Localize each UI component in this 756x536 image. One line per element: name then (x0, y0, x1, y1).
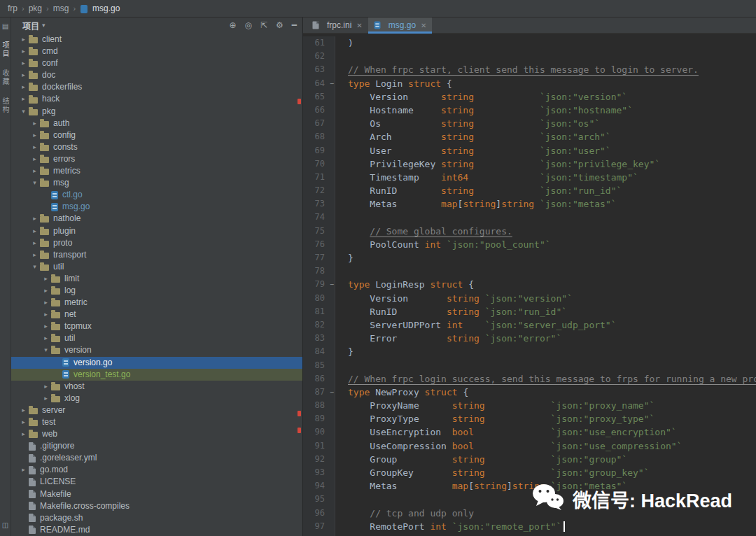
tree-item-makefile-cross-compiles[interactable]: Makefile.cross-compiles (11, 500, 302, 512)
line-number[interactable]: 94 (303, 479, 335, 493)
code-line[interactable]: RunID string `json:"run_id"` (348, 305, 756, 318)
tree-item-test[interactable]: ▸test (11, 416, 302, 428)
tab-msg-go[interactable]: msg.go ✕ (368, 17, 433, 33)
code-line[interactable]: ProxyType string `json:"proxy_type"` (348, 412, 756, 425)
code-line[interactable]: Arch string `json:"arch"` (348, 130, 756, 143)
project-panel-title[interactable]: 项目 (22, 20, 39, 31)
chevron-collapsed-icon[interactable]: ▸ (18, 69, 29, 81)
code-line[interactable]: UseCompression bool `json:"use_compressi… (348, 439, 756, 453)
code-line[interactable]: RunID string `json:"run_id"` (348, 184, 756, 197)
chevron-collapsed-icon[interactable]: ▸ (41, 297, 51, 309)
tree-item-nathole[interactable]: ▸nathole (11, 213, 302, 225)
line-number[interactable]: 82 (303, 318, 335, 332)
tree-item-cmd[interactable]: ▸cmd (11, 45, 302, 57)
tree-item-dockerfiles[interactable]: ▸dockerfiles (11, 81, 302, 93)
code-line[interactable]: type NewProxy struct { (348, 386, 756, 399)
code-line[interactable]: UseEncryption bool `json:"use_encryption… (348, 425, 756, 439)
tree-item-config[interactable]: ▸config (11, 129, 302, 141)
line-number[interactable]: 70 (303, 157, 335, 171)
code-line[interactable]: ProxyName string `json:"proxy_name"` (348, 399, 756, 412)
tree-item-vhost[interactable]: ▸vhost (11, 381, 302, 393)
fold-marker-icon[interactable]: − (330, 278, 334, 291)
line-number[interactable]: 84 (303, 345, 335, 358)
tree-item-server[interactable]: ▸server (11, 404, 302, 416)
stripe-button-structure[interactable]: 结构 (0, 97, 10, 114)
tree-item-msg[interactable]: ▾msg (11, 177, 302, 189)
locate-file-icon[interactable]: ◎ (244, 20, 251, 30)
tree-item--goreleaser-yml[interactable]: .goreleaser.yml (11, 452, 302, 464)
code-line[interactable]: Timestamp int64 `json:"timestamp"` (348, 171, 756, 184)
tree-item-errors[interactable]: ▸errors (11, 153, 302, 165)
chevron-collapsed-icon[interactable]: ▸ (18, 57, 29, 69)
chevron-collapsed-icon[interactable]: ▸ (18, 45, 29, 57)
chevron-collapsed-icon[interactable]: ▸ (41, 332, 51, 344)
scroll-from-source-icon[interactable]: ⊕ (229, 20, 236, 30)
tree-item-auth[interactable]: ▸auth (11, 118, 302, 129)
tree-item-doc[interactable]: ▸doc (11, 69, 302, 81)
tree-item-version[interactable]: ▾version (11, 344, 302, 356)
chevron-collapsed-icon[interactable]: ▸ (29, 141, 40, 153)
tree-item-ctl-go[interactable]: ctl.go (11, 189, 302, 201)
fold-marker-icon[interactable]: − (330, 77, 334, 90)
line-number[interactable]: 95 (303, 493, 335, 506)
tree-item--gitignore[interactable]: .gitignore (11, 440, 302, 452)
tree-item-tcpmux[interactable]: ▸tcpmux (11, 320, 302, 332)
collapse-all-icon[interactable]: ⇱ (260, 20, 267, 30)
line-number[interactable]: 68 (303, 130, 335, 143)
breadcrumb-item-pkg[interactable]: pkg (27, 3, 44, 13)
tree-item-transport[interactable]: ▸transport (11, 249, 302, 261)
chevron-collapsed-icon[interactable]: ▸ (41, 381, 51, 393)
tree-item-hack[interactable]: ▸hack (11, 93, 302, 105)
line-number[interactable]: 66 (303, 104, 335, 117)
line-number[interactable]: 90 (303, 425, 335, 439)
code-line[interactable]: Hostname string `json:"hostname"` (348, 104, 756, 117)
tree-item-metric[interactable]: ▸metric (11, 297, 302, 309)
tree-item-proto[interactable]: ▸proto (11, 237, 302, 249)
stripe-button-project[interactable]: 项目 (0, 41, 10, 58)
bottom-tool-window-icon[interactable]: ◫ (2, 521, 8, 530)
line-number[interactable]: 96 (303, 507, 335, 520)
tree-item-go-mod[interactable]: ▸go.mod (11, 464, 302, 476)
chevron-collapsed-icon[interactable]: ▸ (29, 165, 40, 177)
line-number[interactable]: 63 (303, 63, 335, 76)
tree-item-pkg[interactable]: ▾pkg (11, 106, 302, 118)
code-line[interactable]: Metas map[string]string `json:"metas"` (348, 197, 756, 211)
code-line[interactable]: } (348, 345, 756, 358)
chevron-collapsed-icon[interactable]: ▸ (18, 34, 29, 45)
code-line[interactable]: ) (348, 36, 756, 50)
tree-item-plugin[interactable]: ▸plugin (11, 225, 302, 237)
line-number[interactable]: 87− (303, 386, 335, 399)
line-number[interactable]: 88 (303, 399, 335, 412)
tree-item-license[interactable]: LICENSE (11, 476, 302, 488)
chevron-collapsed-icon[interactable]: ▸ (18, 81, 29, 93)
line-number[interactable]: 61 (303, 36, 335, 50)
close-icon[interactable]: ✕ (421, 22, 426, 29)
code-line[interactable]: type Login struct { (348, 77, 756, 90)
tree-item-msg-go[interactable]: msg.go (11, 201, 302, 213)
code-line[interactable]: PrivilegeKey string `json:"privilege_key… (348, 157, 756, 171)
breadcrumb-item-frp[interactable]: frp (6, 3, 20, 13)
tree-item-util[interactable]: ▾util (11, 261, 302, 273)
chevron-collapsed-icon[interactable]: ▸ (29, 249, 40, 261)
line-number[interactable]: 75 (303, 225, 335, 238)
line-number[interactable]: 76 (303, 238, 335, 251)
code-line[interactable]: GroupKey string `json:"group_key"` (348, 466, 756, 479)
tab-frpc-ini[interactable]: frpc.ini ✕ (307, 17, 368, 33)
fold-marker-icon[interactable]: − (330, 386, 334, 399)
tree-item-version-go[interactable]: version.go (11, 357, 302, 369)
line-number[interactable]: 78 (303, 265, 335, 278)
code-line[interactable]: Error string `json:"error"` (348, 332, 756, 345)
hide-panel-icon[interactable]: ━ (292, 20, 297, 30)
chevron-expanded-icon[interactable]: ▾ (18, 106, 29, 118)
line-number[interactable]: 65 (303, 90, 335, 104)
chevron-collapsed-icon[interactable]: ▸ (18, 404, 29, 416)
code-line[interactable] (348, 359, 756, 372)
code-line[interactable]: Group string `json:"group"` (348, 453, 756, 466)
chevron-collapsed-icon[interactable]: ▸ (41, 309, 51, 320)
chevron-collapsed-icon[interactable]: ▸ (29, 153, 40, 165)
line-number[interactable]: 69 (303, 144, 335, 157)
line-number[interactable]: 62 (303, 50, 335, 63)
line-number[interactable]: 85 (303, 359, 335, 372)
chevron-expanded-icon[interactable]: ▾ (29, 177, 40, 189)
chevron-collapsed-icon[interactable]: ▸ (18, 428, 29, 440)
